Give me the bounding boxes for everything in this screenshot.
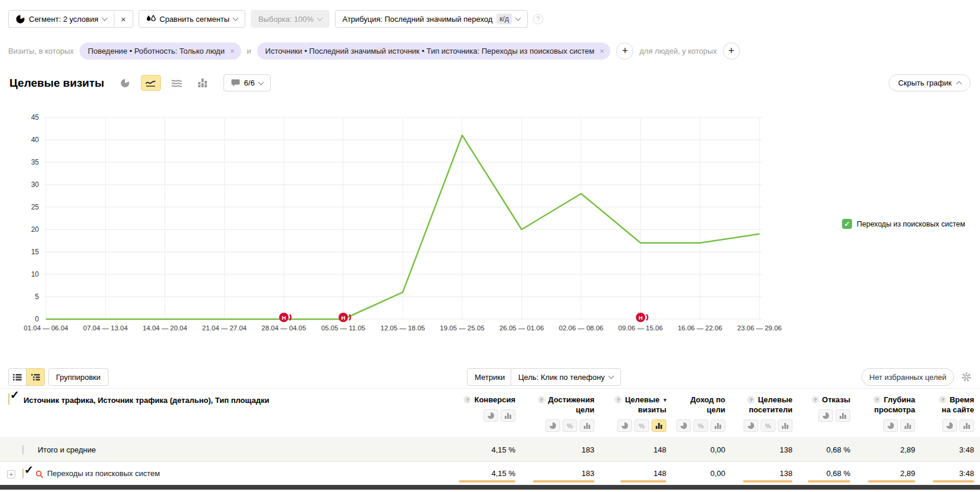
column-header-time-on-site: ?Время на сайте <box>921 389 980 438</box>
pie-icon <box>621 422 628 429</box>
bars-view-button[interactable] <box>900 419 915 432</box>
column-header-goal-reaches: ?Достижения цели % <box>521 389 600 438</box>
svg-text:21.04 — 27.04: 21.04 — 27.04 <box>202 324 247 332</box>
bars-icon <box>840 413 846 419</box>
hide-chart-button[interactable]: Скрыть график <box>889 74 971 91</box>
chart-type-columns-button[interactable] <box>193 75 213 91</box>
chart-type-areas-button[interactable] <box>167 75 187 91</box>
close-icon[interactable]: × <box>600 47 604 55</box>
value-bar <box>743 480 792 483</box>
bars-view-button[interactable] <box>836 409 850 422</box>
bars-view-button[interactable] <box>501 409 515 422</box>
tree-view-button[interactable] <box>27 368 45 386</box>
svg-text:10: 10 <box>31 270 40 278</box>
help-icon[interactable]: ? <box>811 396 819 404</box>
pie-view-button[interactable] <box>545 419 560 432</box>
bars-view-button[interactable] <box>778 419 792 432</box>
chart-legend-item[interactable]: ✓ Переходы из поисковых систем <box>842 219 965 229</box>
columns-chart-icon <box>198 78 208 87</box>
add-people-condition-button[interactable]: + <box>723 42 740 60</box>
pie-view-button[interactable] <box>617 419 632 432</box>
expand-row-button[interactable]: + <box>7 470 15 478</box>
percent-icon: % <box>639 422 645 429</box>
help-icon[interactable]: ? <box>463 396 471 404</box>
row-label-link[interactable]: Переходы из поисковых систем <box>47 463 160 485</box>
legend-checkbox[interactable]: ✓ <box>842 219 852 229</box>
row-checkbox-empty[interactable] <box>22 445 24 455</box>
svg-text:35: 35 <box>31 158 40 166</box>
segment-button[interactable]: Сегмент: 2 условия <box>8 10 114 28</box>
compare-segments-button[interactable]: Сравнить сегменты <box>139 10 246 28</box>
bars-view-button[interactable] <box>711 419 725 432</box>
svg-text:30: 30 <box>31 181 40 189</box>
line-chart-icon <box>145 79 156 87</box>
pie-view-button[interactable] <box>676 419 691 432</box>
gear-icon[interactable] <box>961 372 972 385</box>
svg-text:0: 0 <box>35 315 39 323</box>
help-icon[interactable]: ? <box>939 396 946 404</box>
pie-icon <box>887 422 894 429</box>
column-header-bounces: ?Отказы <box>798 389 856 438</box>
view-toggle <box>8 368 45 386</box>
legend-label: Переходы из поисковых систем <box>857 220 965 228</box>
pie-view-button[interactable] <box>484 409 498 422</box>
check-icon: ✓ <box>10 388 19 402</box>
svg-text:25: 25 <box>31 203 40 211</box>
bars-icon <box>584 423 590 429</box>
percent-view-button[interactable]: % <box>693 419 708 432</box>
segment-clear-button[interactable]: × <box>114 10 133 28</box>
add-visit-condition-button[interactable]: + <box>616 42 633 60</box>
pie-view-button[interactable] <box>818 409 833 422</box>
help-icon[interactable]: ? <box>747 396 755 404</box>
horizontal-scrollbar[interactable] <box>0 485 980 490</box>
row-checkbox-checked[interactable]: ✓ <box>22 468 24 478</box>
pie-view-button[interactable] <box>883 419 898 432</box>
help-icon[interactable]: ? <box>873 396 881 404</box>
pie-view-button[interactable] <box>942 419 957 432</box>
bars-icon <box>715 423 721 429</box>
svg-text:Н: Н <box>639 314 643 321</box>
svg-text:09.06 — 15.06: 09.06 — 15.06 <box>619 324 663 332</box>
help-icon[interactable]: ? <box>533 14 543 24</box>
chart-type-line-button[interactable] <box>141 75 161 91</box>
people-condition-label: для людей, у которых <box>639 47 716 55</box>
chart-type-pie-button[interactable] <box>115 75 135 91</box>
svg-text:40: 40 <box>31 136 40 144</box>
filter-conjunction: и <box>247 47 251 55</box>
table-toolbar: Группировки Метрики Цель: Клик по телефо… <box>8 368 972 386</box>
goal-label: Цель: Клик по телефону <box>518 373 605 382</box>
sampling-button[interactable]: Выборка: 100% <box>251 10 330 28</box>
cell-bounces: 0,68 % <box>798 463 856 486</box>
cell-bounces: 0,68 % <box>798 439 856 462</box>
filter-chip-robots[interactable]: Поведение • Роботность: Только люди × <box>80 42 241 60</box>
filter-chip-source[interactable]: Источники • Последний значимый источник … <box>257 42 611 60</box>
bars-view-button-selected[interactable] <box>652 419 666 432</box>
attribution-button[interactable]: Атрибуция: Последний значимый переход к/… <box>335 10 528 28</box>
bars-view-button[interactable] <box>959 419 974 432</box>
bars-view-button[interactable] <box>580 419 594 432</box>
groupings-button[interactable]: Группировки <box>48 368 108 386</box>
percent-view-button[interactable]: % <box>563 419 577 432</box>
favorite-goals-button[interactable]: Нет избранных целей <box>861 368 954 386</box>
svg-text:12.05 — 18.05: 12.05 — 18.05 <box>380 324 425 332</box>
cell-goal-reaches: 183 <box>521 463 600 486</box>
cell-goal-revenue: 0,00 <box>672 463 731 486</box>
line-chart: 05101520253035404501.04 — 06.0407.04 — 1… <box>0 107 796 339</box>
pie-view-button[interactable] <box>744 419 758 432</box>
percent-view-button[interactable]: % <box>761 419 775 432</box>
goal-dropdown-button[interactable]: Цель: Клик по телефону <box>511 368 621 386</box>
select-all-checkbox[interactable]: ✓ <box>8 393 9 405</box>
help-icon[interactable]: ? <box>538 396 545 404</box>
comments-dropdown-button[interactable]: 6/6 <box>223 74 271 91</box>
svg-text:01.04 — 06.04: 01.04 — 06.04 <box>24 324 68 332</box>
cell-goal-visitors: 138 <box>731 439 798 462</box>
close-icon[interactable]: × <box>230 47 235 55</box>
segment-pie-icon <box>16 15 25 24</box>
cell-conversion: 4,15 % <box>448 463 521 486</box>
percent-view-button[interactable]: % <box>634 419 649 432</box>
help-icon[interactable]: ? <box>614 396 622 404</box>
column-header-depth: ?Глубина просмотра <box>856 389 921 438</box>
flat-list-view-button[interactable] <box>8 368 27 386</box>
metrics-button[interactable]: Метрики <box>467 368 512 386</box>
compare-label: Сравнить сегменты <box>160 15 230 24</box>
